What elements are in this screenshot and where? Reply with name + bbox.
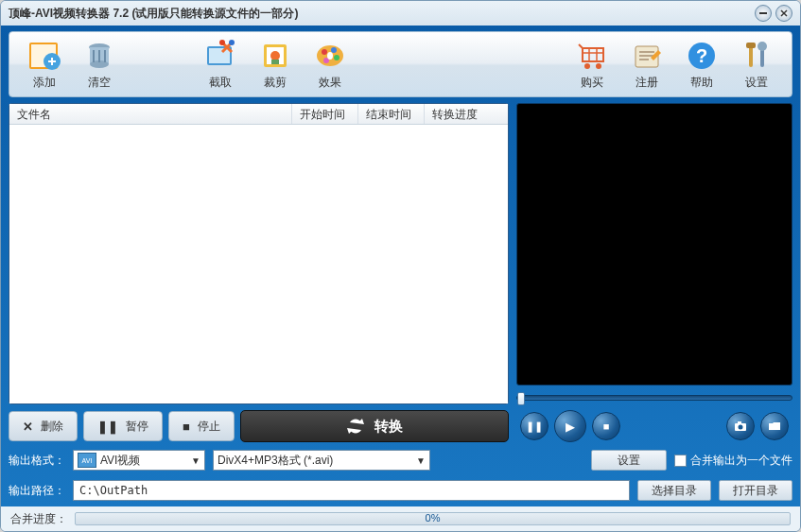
effect-icon: [313, 39, 347, 73]
file-list[interactable]: 文件名 开始时间 结束时间 转换进度: [9, 103, 509, 404]
svg-point-49: [739, 425, 743, 430]
svg-rect-15: [209, 48, 230, 63]
help-button[interactable]: ? 帮助: [674, 39, 729, 91]
choose-dir-button[interactable]: 选择目录: [637, 480, 711, 501]
player-play-button[interactable]: ▶: [554, 410, 586, 442]
right-pane: ❚❚ ▶ ■: [516, 103, 792, 442]
svg-rect-7: [51, 58, 53, 65]
pause-button[interactable]: ❚❚暂停: [83, 411, 163, 441]
svg-rect-50: [738, 421, 741, 424]
help-icon: ?: [685, 39, 719, 73]
crop-icon: [258, 39, 292, 73]
stop-icon: ■: [603, 420, 610, 432]
capture-icon: [203, 39, 237, 73]
delete-button[interactable]: ✕删除: [9, 411, 78, 441]
clear-label: 清空: [72, 75, 127, 91]
output-path-input[interactable]: [73, 480, 630, 501]
seek-slider[interactable]: [516, 391, 792, 404]
merge-progress-label: 合并进度：: [10, 511, 67, 527]
svg-point-47: [757, 42, 767, 51]
close-button[interactable]: [775, 5, 792, 22]
open-dir-button[interactable]: 打开目录: [719, 480, 792, 501]
col-end[interactable]: 结束时间: [358, 104, 425, 124]
open-folder-button[interactable]: [760, 412, 789, 440]
main-area: 添加 清空 截取 裁剪 效果 购买: [1, 26, 800, 506]
add-button[interactable]: 添加: [17, 39, 72, 91]
add-icon: [27, 39, 61, 73]
avi-icon: AVI: [78, 453, 96, 468]
convert-icon: [346, 417, 365, 436]
preview-area[interactable]: [516, 103, 792, 386]
format-select-1[interactable]: AVI AVI视频 ▼: [73, 450, 205, 471]
slider-track[interactable]: [516, 395, 792, 401]
capture-label: 截取: [193, 75, 248, 91]
list-body[interactable]: [9, 125, 508, 403]
svg-rect-11: [93, 50, 95, 62]
settings-button[interactable]: 设置: [729, 39, 784, 91]
path-label: 输出路径：: [9, 483, 65, 499]
format-row: 输出格式： AVI AVI视频 ▼ DivX4+MP3格式 (*.avi) ▼ …: [9, 448, 792, 472]
effect-button[interactable]: 效果: [303, 39, 357, 91]
svg-rect-0: [759, 12, 767, 14]
player-stop-button[interactable]: ■: [592, 412, 620, 440]
stop-icon: ■: [183, 420, 190, 434]
svg-point-22: [270, 51, 280, 60]
buy-icon: [575, 39, 609, 73]
crop-label: 裁剪: [248, 75, 303, 91]
svg-point-35: [596, 63, 601, 69]
svg-rect-13: [104, 50, 106, 62]
titlebar[interactable]: 顶峰-AVI视频转换器 7.2 (试用版只能转换源文件的一部分): [1, 1, 800, 26]
convert-button[interactable]: 转换: [240, 410, 509, 442]
svg-point-29: [327, 52, 333, 60]
merge-progress-text: 0%: [76, 512, 790, 523]
merge-progress-bar: 0%: [75, 512, 791, 525]
middle-section: 文件名 开始时间 结束时间 转换进度 ✕删除 ❚❚暂停 ■停止 转换: [9, 103, 792, 442]
player-pause-button[interactable]: ❚❚: [520, 412, 549, 440]
col-filename[interactable]: 文件名: [9, 104, 292, 124]
svg-rect-30: [583, 48, 603, 61]
minimize-button[interactable]: [755, 5, 772, 22]
stop-button[interactable]: ■停止: [168, 411, 235, 441]
effect-label: 效果: [303, 75, 357, 91]
format-settings-button[interactable]: 设置: [591, 450, 667, 471]
col-progress[interactable]: 转换进度: [425, 104, 508, 124]
x-icon: ✕: [23, 420, 33, 434]
format-select-2[interactable]: DivX4+MP3格式 (*.avi) ▼: [213, 450, 430, 471]
settings-icon: [740, 39, 774, 73]
player-controls: ❚❚ ▶ ■: [516, 410, 792, 442]
statusbar: 合并进度： 0%: [1, 506, 800, 531]
register-button[interactable]: 注册: [619, 39, 674, 91]
help-label: 帮助: [674, 75, 729, 91]
format-label: 输出格式：: [9, 453, 65, 469]
svg-rect-12: [98, 50, 100, 62]
svg-point-34: [584, 63, 590, 69]
app-window: 顶峰-AVI视频转换器 7.2 (试用版只能转换源文件的一部分) 添加 清空 截…: [0, 0, 801, 532]
svg-point-19: [229, 40, 235, 45]
chevron-down-icon: ▼: [191, 455, 200, 466]
svg-rect-45: [746, 43, 756, 48]
list-header: 文件名 开始时间 结束时间 转换进度: [9, 104, 508, 125]
capture-button[interactable]: 截取: [193, 39, 248, 91]
path-row: 输出路径： 选择目录 打开目录: [9, 478, 792, 503]
col-start[interactable]: 开始时间: [292, 104, 358, 124]
svg-point-25: [322, 49, 327, 55]
slider-thumb[interactable]: [517, 392, 525, 405]
folder-icon: [768, 420, 781, 432]
clear-button[interactable]: 清空: [72, 39, 127, 91]
toolbar: 添加 清空 截取 裁剪 效果 购买: [9, 31, 792, 97]
snapshot-button[interactable]: [726, 412, 755, 440]
svg-point-27: [334, 55, 340, 60]
svg-line-36: [579, 44, 583, 48]
left-pane: 文件名 开始时间 结束时间 转换进度 ✕删除 ❚❚暂停 ■停止 转换: [9, 103, 509, 442]
register-icon: [630, 39, 664, 73]
crop-button[interactable]: 裁剪: [248, 39, 303, 91]
merge-checkbox[interactable]: [674, 455, 687, 467]
pause-icon: ❚❚: [97, 420, 118, 434]
pause-icon: ❚❚: [526, 420, 543, 433]
play-icon: ▶: [566, 420, 575, 434]
clear-icon: [82, 39, 116, 73]
merge-checkbox-label[interactable]: 合并输出为一个文件: [674, 453, 792, 469]
buy-label: 购买: [565, 75, 619, 91]
buy-button[interactable]: 购买: [565, 39, 619, 91]
chevron-down-icon: ▼: [416, 455, 426, 466]
